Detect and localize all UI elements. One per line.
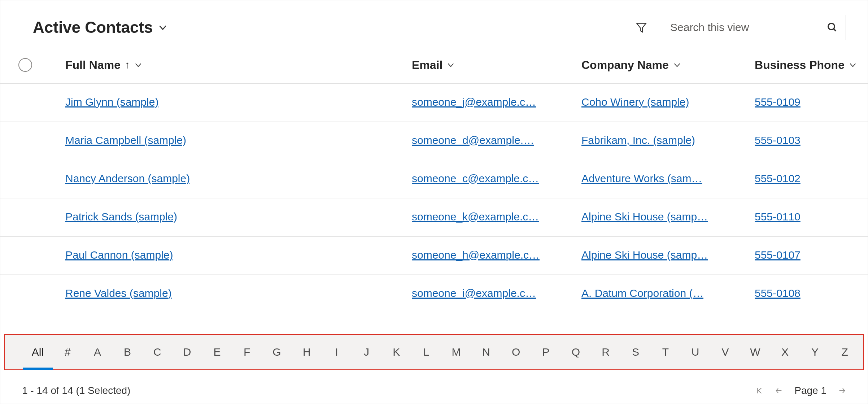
view-selector[interactable]: Active Contacts xyxy=(33,18,167,36)
page-label: Page 1 xyxy=(794,385,826,396)
alpha-filter-item[interactable]: X xyxy=(770,343,800,361)
contact-company-link[interactable]: Alpine Ski House (samp… xyxy=(581,249,708,261)
alpha-filter-item[interactable]: Q xyxy=(561,343,591,361)
alpha-filter-item[interactable]: I xyxy=(322,343,352,361)
column-header-label: Full Name xyxy=(65,58,121,72)
alpha-filter-item[interactable]: H xyxy=(292,343,322,361)
contact-email-link[interactable]: someone_d@example.… xyxy=(412,134,534,146)
contact-phone-link[interactable]: 555-0109 xyxy=(755,96,801,108)
column-header-company[interactable]: Company Name xyxy=(581,58,755,72)
arrow-right-icon xyxy=(838,387,846,395)
select-all-checkbox[interactable] xyxy=(18,58,32,72)
svg-point-0 xyxy=(828,23,835,30)
column-header-label: Email xyxy=(412,58,442,72)
contact-email-link[interactable]: someone_h@example.c… xyxy=(412,249,540,261)
contact-phone-link[interactable]: 555-0108 xyxy=(755,287,801,299)
alpha-filter-item[interactable]: N xyxy=(471,343,501,361)
contact-company-link[interactable]: Alpine Ski House (samp… xyxy=(581,211,708,223)
filter-button[interactable] xyxy=(635,21,647,34)
table-row[interactable]: Jim Glynn (sample)someone_j@example.c…Co… xyxy=(0,84,868,122)
chevron-down-icon xyxy=(134,61,142,69)
footer-bar: 1 - 14 of 14 (1 Selected) Page 1 xyxy=(0,380,868,401)
table-row[interactable]: Maria Campbell (sample)someone_d@example… xyxy=(0,122,868,160)
contact-phone-link[interactable]: 555-0107 xyxy=(755,249,801,261)
alpha-filter-item[interactable]: J xyxy=(352,343,381,361)
alpha-filter-item[interactable]: Z xyxy=(830,343,860,361)
chevron-down-icon xyxy=(447,61,455,69)
contact-name-link[interactable]: Paul Cannon (sample) xyxy=(65,249,173,261)
alpha-filter-item[interactable]: A xyxy=(83,343,113,361)
contact-phone-link[interactable]: 555-0103 xyxy=(755,134,801,146)
alpha-filter-item[interactable]: V xyxy=(710,343,740,361)
table-row[interactable]: Rene Valdes (sample)someone_i@example.c…… xyxy=(0,275,868,313)
alpha-filter-item[interactable]: All xyxy=(23,343,53,361)
arrow-left-icon xyxy=(775,387,783,395)
contact-email-link[interactable]: someone_j@example.c… xyxy=(412,96,536,108)
alpha-filter-item[interactable]: F xyxy=(232,343,262,361)
alpha-filter-item[interactable]: U xyxy=(680,343,710,361)
pager: Page 1 xyxy=(755,385,846,396)
contact-company-link[interactable]: Adventure Works (sam… xyxy=(581,172,702,185)
column-header-fullname[interactable]: Full Name ↑ xyxy=(65,58,412,72)
contact-email-link[interactable]: someone_k@example.c… xyxy=(412,211,539,223)
alpha-filter-item[interactable]: G xyxy=(262,343,292,361)
alpha-filter-item[interactable]: S xyxy=(621,343,651,361)
table-row[interactable]: Nancy Anderson (sample)someone_c@example… xyxy=(0,160,868,198)
rows-container: Jim Glynn (sample)someone_j@example.c…Co… xyxy=(0,84,868,313)
alpha-filter-item[interactable]: L xyxy=(411,343,441,361)
alpha-filter-item[interactable]: Y xyxy=(800,343,830,361)
filter-icon xyxy=(635,21,647,34)
first-page-icon xyxy=(755,387,763,395)
alpha-filter-item[interactable]: K xyxy=(381,343,411,361)
contact-name-link[interactable]: Jim Glynn (sample) xyxy=(65,96,158,108)
contact-company-link[interactable]: A. Datum Corporation (… xyxy=(581,287,703,299)
column-header-label: Company Name xyxy=(581,58,669,72)
chevron-down-icon xyxy=(673,61,681,69)
alpha-filter-item[interactable]: W xyxy=(740,343,770,361)
view-title: Active Contacts xyxy=(33,18,153,36)
alpha-filter-item[interactable]: C xyxy=(142,343,172,361)
alpha-filter-item[interactable]: M xyxy=(441,343,471,361)
alpha-filter-item[interactable]: R xyxy=(591,343,621,361)
contact-company-link[interactable]: Fabrikam, Inc. (sample) xyxy=(581,134,695,146)
column-header-phone[interactable]: Business Phone xyxy=(755,58,863,72)
sort-ascending-icon: ↑ xyxy=(125,59,130,71)
search-icon xyxy=(827,22,838,33)
alpha-filter-item[interactable]: E xyxy=(202,343,232,361)
contact-name-link[interactable]: Maria Campbell (sample) xyxy=(65,134,186,146)
contact-company-link[interactable]: Coho Winery (sample) xyxy=(581,96,689,108)
column-header-label: Business Phone xyxy=(755,58,845,72)
first-page-button[interactable] xyxy=(755,387,763,395)
chevron-down-icon xyxy=(158,23,167,32)
alpha-filter-item[interactable]: B xyxy=(112,343,142,361)
search-box[interactable] xyxy=(662,15,846,40)
contact-name-link[interactable]: Nancy Anderson (sample) xyxy=(65,172,190,185)
alpha-filter-item[interactable]: T xyxy=(650,343,680,361)
contact-email-link[interactable]: someone_c@example.c… xyxy=(412,172,539,185)
search-input[interactable] xyxy=(670,21,827,34)
contact-phone-link[interactable]: 555-0110 xyxy=(755,211,801,223)
chevron-down-icon xyxy=(849,61,857,69)
record-status: 1 - 14 of 14 (1 Selected) xyxy=(22,385,130,396)
contact-name-link[interactable]: Rene Valdes (sample) xyxy=(65,287,172,299)
alpha-filter-item[interactable]: D xyxy=(172,343,202,361)
table-row[interactable]: Patrick Sands (sample)someone_k@example.… xyxy=(0,198,868,237)
alpha-filter-item[interactable]: P xyxy=(531,343,561,361)
contact-name-link[interactable]: Patrick Sands (sample) xyxy=(65,211,177,223)
column-header-email[interactable]: Email xyxy=(412,58,581,72)
contact-phone-link[interactable]: 555-0102 xyxy=(755,172,801,185)
prev-page-button[interactable] xyxy=(775,387,783,395)
alpha-filter-item[interactable]: # xyxy=(53,343,83,361)
contact-email-link[interactable]: someone_i@example.c… xyxy=(412,287,536,299)
column-header-row: Full Name ↑ Email Company Name Business … xyxy=(0,47,868,84)
alpha-filter-item[interactable]: O xyxy=(501,343,531,361)
svg-line-1 xyxy=(834,29,836,31)
table-row[interactable]: Paul Cannon (sample)someone_h@example.c…… xyxy=(0,237,868,275)
next-page-button[interactable] xyxy=(838,387,846,395)
alpha-filter-bar: All#ABCDEFGHIJKLMNOPQRSTUVWXYZ xyxy=(4,334,864,370)
